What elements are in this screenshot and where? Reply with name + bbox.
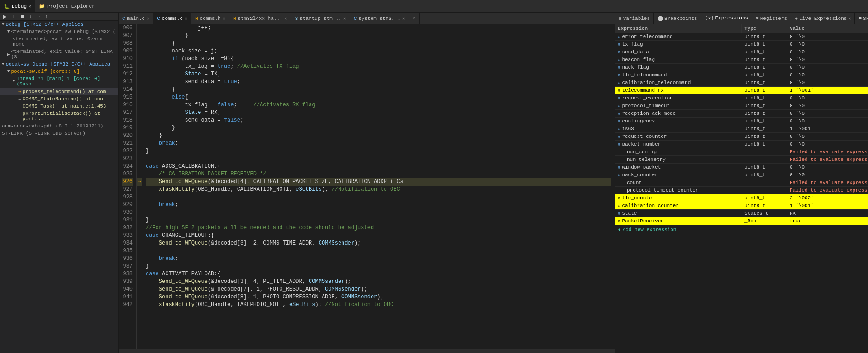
exp-value-packet-number: 0 '\0' bbox=[787, 141, 868, 148]
exp-row-calibration-counter[interactable]: ⊕calibration_counter uint8_t 1 '\001' bbox=[615, 202, 868, 210]
tree-item-thread[interactable]: ▼ Thread #1 [main] 1 [core: 0] (Susp bbox=[0, 75, 118, 88]
exp-row-state[interactable]: ⊕State States_t RX bbox=[615, 210, 868, 217]
add-expression-row[interactable]: ✚ Add new expression bbox=[615, 225, 868, 234]
tree-item-frame2[interactable]: ≡ COMMS_StateMachine() at con bbox=[0, 95, 118, 103]
exp-row-num-telemetry[interactable]: num_telemetry Failed to evaluate express… bbox=[615, 156, 868, 164]
tab-variables[interactable]: ⊞ Variables bbox=[615, 13, 654, 24]
tree-label: <terminated>pocat-sw Debug [STM32 ( bbox=[11, 29, 115, 34]
exp-name-protocol-timeout: ⊕protocol_timeout bbox=[615, 102, 742, 109]
gutter-row bbox=[137, 155, 142, 163]
tab-expressions[interactable]: (x) Expressions bbox=[701, 13, 752, 24]
exp-row-contingency[interactable]: ⊕contingency uint8_t 0 '\0' bbox=[615, 118, 868, 125]
code-line-934: Send_to_WFQueue(&decoded[3], 2, COMMS_TI… bbox=[146, 240, 611, 247]
exp-row-telecommand-rx[interactable]: ⊕telecommand_rx uint8_t 1 '\001' bbox=[615, 87, 868, 94]
step-return-btn[interactable]: ↑ bbox=[44, 14, 49, 19]
exp-value-tx-flag: 0 '\0' bbox=[787, 41, 868, 48]
exp-row-nack-flag[interactable]: ⊕nack_flag uint8_t 0 '\0' bbox=[615, 64, 868, 71]
tab-comms-c-close[interactable]: ✕ bbox=[185, 16, 187, 21]
tab-startup-close[interactable]: ✕ bbox=[343, 16, 346, 21]
tab-debug-close[interactable]: ✕ bbox=[29, 4, 31, 9]
code-line-915: else{ bbox=[146, 94, 611, 101]
tree-item-frame3[interactable]: ≡ COMMS_Task() at main.c:1,453 bbox=[0, 103, 118, 110]
exp-row-packet-received[interactable]: ⊕PacketReceived _Bool true bbox=[615, 217, 868, 225]
exp-type-telecommand-rx: uint8_t bbox=[742, 87, 787, 94]
tab-main-c[interactable]: C main.c ✕ bbox=[119, 13, 153, 24]
tab-main-c-close[interactable]: ✕ bbox=[147, 16, 149, 21]
tab-registers[interactable]: ≋ Registers bbox=[752, 13, 791, 24]
exp-row-nack-counter[interactable]: ⊕nack_counter uint8_t 0 '\0' bbox=[615, 171, 868, 179]
stop-btn[interactable]: ⏹ bbox=[19, 14, 26, 19]
exp-row-request-counter[interactable]: ⊕request_counter uint8_t 0 '\0' bbox=[615, 133, 868, 141]
code-content[interactable]: j++; } } nack_size = j; if (nack_size !=… bbox=[142, 24, 615, 349]
tab-comms-h[interactable]: H comms.h ✕ bbox=[191, 13, 229, 24]
horizontal-scrollbar[interactable] bbox=[119, 349, 615, 353]
exp-row-protocol-timeout-counter[interactable]: protocol_timeout_counter Failed to evalu… bbox=[615, 187, 868, 194]
tab-debug[interactable]: 🐛 Debug ✕ bbox=[0, 0, 35, 12]
tab-expressions-label: Expressions bbox=[715, 15, 748, 21]
tree-item-gdb[interactable]: arm-none-eabi-gdb (8.3.1.20191211) bbox=[0, 122, 118, 130]
tab-system[interactable]: C system_stm3... ✕ bbox=[350, 13, 409, 24]
gutter-row bbox=[137, 132, 142, 140]
gutter-row bbox=[137, 270, 142, 278]
tab-stm32-close[interactable]: ✕ bbox=[285, 16, 287, 21]
watch-icon: ⊕ bbox=[618, 211, 620, 216]
tree-item-pocat[interactable]: ▼ pocat-sw Debug [STM32 C/C++ Applica bbox=[0, 61, 118, 68]
exp-type-beacon-flag: uint8_t bbox=[742, 56, 787, 63]
exp-row-packet-number[interactable]: ⊕packet_number uint8_t 0 '\0' bbox=[615, 141, 868, 148]
gutter-row bbox=[137, 71, 142, 78]
tab-project-explorer[interactable]: 📁 Project Explorer bbox=[35, 0, 99, 12]
tab-breakpoints[interactable]: ⬤ Breakpoints bbox=[654, 13, 701, 24]
exp-row-protocol-timeout[interactable]: ⊕protocol_timeout uint8_t 0 '\0' bbox=[615, 102, 868, 110]
exp-row-calibration-telecommand[interactable]: ⊕calibration_telecommand uint8_t 0 '\0' bbox=[615, 79, 868, 87]
c-file-icon: C bbox=[122, 16, 125, 21]
exp-row-window-packet[interactable]: ⊕window_packet uint8_t 0 '\0' bbox=[615, 164, 868, 171]
exp-row-send-data[interactable]: ⊕send_data uint8_t 0 '\0' bbox=[615, 48, 868, 56]
resume-btn[interactable]: ▶ bbox=[2, 14, 8, 19]
tab-comms-h-close[interactable]: ✕ bbox=[223, 16, 225, 21]
tab-system-close[interactable]: ✕ bbox=[402, 16, 405, 21]
tree-item-terminated3[interactable]: ▶ <terminated, exit value: 0>ST-LINK (S bbox=[0, 48, 118, 61]
exp-name-nack-counter: ⊕nack_counter bbox=[615, 171, 742, 179]
code-editor[interactable]: 906907908909910 911912913914915 91691791… bbox=[119, 24, 615, 349]
tab-comms-c[interactable]: C comms.c ✕ bbox=[153, 13, 191, 24]
tab-sfrs[interactable]: ⚑ SFRs bbox=[855, 13, 868, 24]
exp-name-num-config: num_config bbox=[615, 148, 742, 155]
code-line-913: send_data = true; bbox=[146, 78, 611, 86]
tree-item-elf[interactable]: ▼ pocat-sw.elf [cores: 0] bbox=[0, 68, 118, 75]
exp-row-num-config[interactable]: num_config Failed to evaluate expression bbox=[615, 148, 868, 156]
watch-icon: ⊕ bbox=[618, 173, 620, 178]
code-line-912: State = TX; bbox=[146, 71, 611, 78]
tree-item-frame1[interactable]: ⇒ process_telecommand() at com bbox=[0, 88, 118, 95]
tab-startup[interactable]: S startup_stm... ✕ bbox=[291, 13, 350, 24]
tree-item-stlink[interactable]: ST-LINK (ST-LINK GDB server) bbox=[0, 130, 118, 137]
tab-stm32[interactable]: H stm32l4xx_ha... ✕ bbox=[229, 13, 291, 24]
exp-row-count[interactable]: count Failed to evaluate expression bbox=[615, 179, 868, 187]
exp-row-beacon-flag[interactable]: ⊕beacon_flag uint8_t 0 '\0' bbox=[615, 56, 868, 64]
tab-live-expressions-close[interactable]: ✕ bbox=[848, 16, 851, 21]
exp-row-request-execution[interactable]: ⊕request_execution uint8_t 0 '\0' bbox=[615, 94, 868, 102]
step-into-btn[interactable]: ↓ bbox=[28, 14, 33, 19]
tab-overflow[interactable]: » bbox=[409, 13, 420, 24]
exp-value-tle-telecommand: 0 '\0' bbox=[787, 71, 868, 79]
code-line-929: break; bbox=[146, 201, 611, 209]
step-over-btn[interactable]: → bbox=[35, 14, 42, 19]
tab-live-expressions[interactable]: ◈ Live Expressions ✕ bbox=[791, 13, 855, 24]
exp-row-tle-counter[interactable]: ⊕tle_counter uint8_t 2 '\002' bbox=[615, 194, 868, 202]
exp-type-reception-ack-mode: uint8_t bbox=[742, 110, 787, 117]
suspend-btn[interactable]: ⏸ bbox=[10, 14, 17, 19]
gutter-row bbox=[137, 32, 142, 40]
exp-type-calibration-counter: uint8_t bbox=[742, 202, 787, 209]
tab-breakpoints-label: Breakpoints bbox=[664, 16, 697, 21]
exp-row-reception-ack-mode[interactable]: ⊕reception_ack_mode uint8_t 0 '\0' bbox=[615, 110, 868, 118]
exp-row-tx-flag[interactable]: ⊕tx_flag uint8_t 0 '\0' bbox=[615, 41, 868, 48]
tree-item-terminated1[interactable]: ▼ <terminated>pocat-sw Debug [STM32 ( bbox=[0, 28, 118, 35]
exp-row-isgs[interactable]: ⊕isGS uint8_t 1 '\001' bbox=[615, 125, 868, 133]
code-line-922: } bbox=[146, 147, 611, 155]
live-expressions-icon: ◈ bbox=[795, 15, 798, 21]
tree-item-debug[interactable]: ▼ Debug [STM32 C/C++ Applica bbox=[0, 21, 118, 28]
tree-item-terminated2[interactable]: <terminated, exit value: 0>arm-none bbox=[0, 35, 118, 48]
exp-row-tle-telecommand[interactable]: ⊕tle_telecommand uint8_t 0 '\0' bbox=[615, 71, 868, 79]
arrow-icon: ▼ bbox=[2, 22, 4, 27]
exp-row-error-telecommand[interactable]: ⊕ error_telecommand uint8_t 0 '\0' bbox=[615, 33, 868, 41]
tree-item-frame4[interactable]: ≡ pxPortInitialiseStack() at port.c: bbox=[0, 110, 118, 122]
